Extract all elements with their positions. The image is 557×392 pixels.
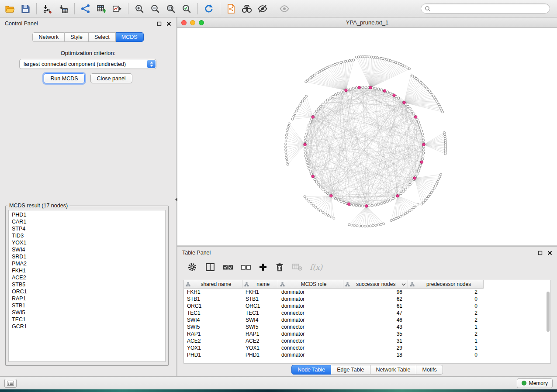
mcds-result-item[interactable]: CAR1: [9, 218, 165, 225]
search-input[interactable]: [433, 6, 546, 12]
tab-style[interactable]: Style: [65, 32, 89, 42]
table-cell: dominator: [278, 316, 344, 323]
mcds-result-item[interactable]: STP4: [9, 225, 165, 232]
criterion-select-value: largest connected component (undirected): [24, 61, 126, 67]
export-network-button[interactable]: [223, 2, 239, 16]
close-control-panel-button[interactable]: [166, 21, 171, 26]
table-row[interactable]: SWI4SWI4dominator462: [184, 316, 550, 323]
deselect-all-button[interactable]: [241, 261, 251, 273]
float-table-panel-button[interactable]: [538, 251, 543, 255]
search-icon: [425, 6, 431, 12]
table-row[interactable]: SWI5SWI5connector431: [184, 323, 550, 330]
tab-node-table[interactable]: Node Table: [291, 365, 331, 375]
show-all-button[interactable]: [277, 2, 292, 16]
mcds-result-item[interactable]: SWI5: [9, 309, 165, 316]
mcds-result-item[interactable]: TEC1: [9, 316, 165, 323]
memory-button[interactable]: Memory: [517, 378, 553, 388]
mcds-result-item[interactable]: SRD1: [9, 253, 165, 260]
table-cell: dominator: [278, 303, 344, 309]
zoom-fit-button[interactable]: [163, 2, 179, 16]
mcds-result-item[interactable]: ACE2: [9, 274, 165, 281]
tab-edge-table[interactable]: Edge Table: [331, 365, 370, 375]
mcds-result-item[interactable]: PMA2: [9, 260, 165, 267]
network-canvas[interactable]: [177, 28, 557, 245]
search-box[interactable]: [421, 3, 550, 14]
criterion-select[interactable]: largest connected component (undirected): [19, 59, 156, 69]
mcds-result-item[interactable]: FKH1: [9, 267, 165, 274]
import-table-button[interactable]: [55, 2, 71, 16]
select-stepper-icon: [147, 60, 156, 68]
run-mcds-button[interactable]: Run MCDS: [44, 73, 84, 83]
table-row[interactable]: FKH1FKH1dominator962: [184, 289, 550, 296]
table-row[interactable]: ACE2ACE2connector311: [184, 337, 550, 344]
zoom-selected-button[interactable]: [179, 2, 194, 16]
tab-network-table[interactable]: Network Table: [370, 365, 417, 375]
new-network-button[interactable]: [78, 2, 93, 16]
mcds-result-item[interactable]: TID3: [9, 232, 165, 239]
create-column-button[interactable]: [259, 261, 267, 273]
new-table-button[interactable]: [93, 2, 109, 16]
tab-select[interactable]: Select: [89, 32, 116, 42]
table-row[interactable]: RAP1RAP1dominator352: [184, 330, 550, 337]
trash-icon: [275, 262, 284, 272]
save-session-button[interactable]: [17, 2, 33, 16]
mcds-result-item[interactable]: STB1: [9, 302, 165, 309]
table-cell: STB1: [184, 296, 242, 303]
mcds-result-item[interactable]: PHD1: [9, 211, 165, 218]
column-header-mcds-role[interactable]: MCDS role: [278, 280, 344, 288]
table-row[interactable]: PHD1PHD1dominator180: [184, 351, 550, 358]
column-header-predecessor-nodes[interactable]: predecessor nodes: [408, 280, 483, 288]
export-image-button[interactable]: [109, 2, 125, 16]
tab-motifs[interactable]: Motifs: [416, 365, 443, 375]
table-row[interactable]: TEC1TEC1connector472: [184, 309, 550, 316]
checked-boxes-icon: [223, 264, 233, 271]
minimize-window-button[interactable]: [190, 20, 195, 25]
refresh-layout-button[interactable]: [201, 2, 217, 16]
plus-icon: [259, 263, 267, 272]
mcds-result-item[interactable]: GCR1: [9, 323, 165, 330]
column-header-shared-name[interactable]: shared name: [184, 280, 242, 288]
tab-network[interactable]: Network: [32, 32, 65, 42]
tab-mcds[interactable]: MCDS: [116, 32, 144, 42]
table-row[interactable]: STB1STB1dominator620: [184, 296, 550, 303]
table-row[interactable]: YOX1YOX1connector291: [184, 344, 550, 351]
delete-column-button[interactable]: [275, 261, 284, 273]
mcds-result-item[interactable]: RAP1: [9, 295, 165, 302]
mcds-result-item[interactable]: YOX1: [9, 239, 165, 246]
table-row[interactable]: ORC1ORC1dominator610: [184, 303, 550, 309]
table-options-button[interactable]: [187, 261, 197, 273]
select-all-button[interactable]: [223, 261, 233, 273]
close-mcds-panel-button[interactable]: Close panel: [90, 73, 132, 83]
close-icon: [547, 251, 552, 255]
find-button[interactable]: [239, 2, 255, 16]
mcds-result-item[interactable]: ORC1: [9, 288, 165, 295]
document-share-icon: [226, 3, 236, 14]
import-network-button[interactable]: [40, 2, 55, 16]
zoom-in-button[interactable]: [131, 2, 147, 16]
column-header-successor-nodes[interactable]: successor nodes: [343, 280, 408, 288]
maximize-window-button[interactable]: [199, 20, 204, 25]
table-cell: 1: [408, 337, 484, 344]
import-network-icon: [42, 3, 53, 14]
window-traffic-lights: [181, 20, 204, 25]
open-session-button[interactable]: [2, 2, 17, 16]
close-window-button[interactable]: [181, 20, 187, 25]
delete-table-button[interactable]: [292, 261, 302, 273]
function-builder-button[interactable]: f(x): [310, 261, 322, 273]
table-cell: 31: [344, 337, 408, 344]
status-menu-button[interactable]: [4, 379, 17, 388]
table-scrollbar[interactable]: [547, 292, 550, 332]
close-table-panel-button[interactable]: [547, 251, 552, 255]
network-window-titlebar[interactable]: YPA_prune.txt_1: [177, 17, 557, 28]
chevron-down-icon: [401, 282, 406, 286]
column-header-name[interactable]: name: [242, 280, 278, 288]
zoom-in-icon: [134, 3, 145, 14]
zoom-out-button[interactable]: [147, 2, 163, 16]
float-panel-button[interactable]: [157, 21, 162, 26]
mcds-result-item[interactable]: SWI4: [9, 246, 165, 253]
gear-icon: [187, 262, 197, 272]
show-columns-button[interactable]: [205, 261, 215, 273]
columns-icon: [205, 262, 215, 272]
mcds-result-item[interactable]: STB5: [9, 281, 165, 288]
hide-selected-button[interactable]: [255, 2, 270, 16]
